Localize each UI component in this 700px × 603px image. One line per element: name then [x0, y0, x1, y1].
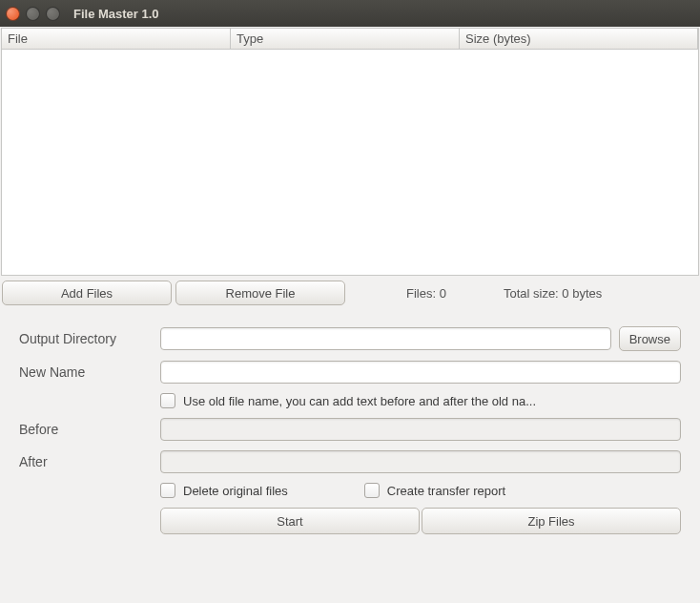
- add-files-button[interactable]: Add Files: [2, 281, 172, 305]
- options-row: Delete original files Create transfer re…: [160, 483, 681, 498]
- new-name-label: New Name: [19, 364, 153, 380]
- new-name-input[interactable]: [160, 361, 681, 384]
- remove-file-button[interactable]: Remove File: [175, 281, 345, 305]
- file-table: File Type Size (bytes): [1, 28, 699, 276]
- after-input: [160, 450, 681, 473]
- maximize-icon[interactable]: [46, 7, 60, 21]
- delete-original-label: Delete original files: [183, 484, 288, 498]
- transfer-report-checkbox[interactable]: [364, 483, 380, 498]
- files-count: Files: 0: [406, 286, 446, 301]
- use-old-name-row: Use old file name, you can add text befo…: [160, 393, 681, 408]
- col-header-type[interactable]: Type: [231, 29, 460, 50]
- before-label: Before: [19, 422, 153, 437]
- window-title: File Master 1.0: [73, 7, 159, 21]
- transfer-report-label: Create transfer report: [387, 484, 505, 498]
- stats: Files: 0 Total size: 0 bytes: [406, 286, 602, 301]
- close-icon[interactable]: [6, 7, 20, 21]
- action-row: Add Files Remove File Files: 0 Total siz…: [0, 277, 700, 309]
- browse-button[interactable]: Browse: [619, 326, 681, 351]
- form-area: Output Directory Browse New Name Use old…: [0, 309, 700, 544]
- titlebar: File Master 1.0: [0, 0, 700, 27]
- table-headers: File Type Size (bytes): [2, 29, 698, 50]
- output-dir-label: Output Directory: [19, 331, 153, 346]
- use-old-name-checkbox[interactable]: [160, 393, 175, 408]
- before-input: [160, 418, 681, 441]
- delete-original-checkbox[interactable]: [160, 483, 175, 498]
- col-header-file[interactable]: File: [2, 29, 231, 50]
- minimize-icon[interactable]: [26, 7, 40, 21]
- content-area: File Type Size (bytes) Add Files Remove …: [0, 27, 700, 603]
- use-old-name-label: Use old file name, you can add text befo…: [183, 394, 536, 408]
- window-controls: [6, 7, 60, 21]
- after-label: After: [19, 454, 153, 469]
- total-size: Total size: 0 bytes: [504, 286, 602, 301]
- table-body[interactable]: [2, 50, 698, 275]
- col-header-size[interactable]: Size (bytes): [460, 29, 698, 50]
- output-dir-input[interactable]: [160, 327, 611, 350]
- zip-files-button[interactable]: Zip Files: [422, 508, 681, 534]
- start-button[interactable]: Start: [160, 508, 420, 534]
- start-zip-row: Start Zip Files: [160, 508, 681, 534]
